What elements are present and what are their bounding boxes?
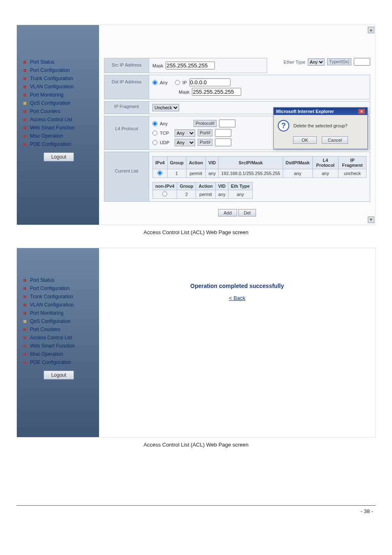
page-number: - 38 - xyxy=(16,508,376,514)
success-heading: Operation completed successfully xyxy=(107,283,367,289)
sidebar-item-vlan-config[interactable]: VLAN Configuration xyxy=(23,301,94,309)
sidebar-item-poe-config[interactable]: POE Configuration xyxy=(23,358,94,366)
row-label-ipfrag: IP Fragment xyxy=(104,101,149,114)
figure-caption-2: Access Control List (ACL) Web Page scree… xyxy=(16,442,376,448)
sidebar-item-misc[interactable]: Misc Operation xyxy=(23,350,94,358)
l4-protocol-input[interactable] xyxy=(219,120,235,127)
l4-any-radio[interactable] xyxy=(152,121,157,126)
table-header-row: non-IPv4 Group Action VID Eth Type xyxy=(153,182,253,190)
dialog-ok-button[interactable]: OK xyxy=(293,136,317,144)
dialog-message: Delete the selected group? xyxy=(293,123,347,128)
ether-type-hex-input[interactable] xyxy=(354,58,370,66)
sidebar-item-vlan-config[interactable]: VLAN Configuration xyxy=(23,83,94,91)
logout-button[interactable]: Logout xyxy=(44,371,74,380)
dstip-any-radio[interactable] xyxy=(152,80,157,85)
l4-udp-radio[interactable] xyxy=(152,140,157,145)
del-button[interactable]: Del xyxy=(238,209,256,216)
ether-type-row: Ether Type Any Type#(0x) xyxy=(284,58,370,66)
figure-caption-1: Access Control List (ACL) Web Page scree… xyxy=(16,229,376,235)
srcip-mask-input[interactable] xyxy=(166,62,215,69)
l4-udp-select[interactable]: Any xyxy=(175,139,195,146)
l4-any-label: Any xyxy=(160,121,172,126)
sidebar-item-port-counters[interactable]: Port Counters xyxy=(23,325,94,334)
ipfrag-select[interactable]: Uncheck xyxy=(152,104,179,111)
current-ipv4-table: IPv4 Group Action VID SrcIP/Mask DstIP/M… xyxy=(152,156,367,178)
row-label-dstip: Dst IP Address xyxy=(104,75,149,99)
sidebar-item-misc[interactable]: Misc Operation xyxy=(23,132,94,140)
nonipv4-row-radio[interactable] xyxy=(162,191,167,196)
scroll-down-icon[interactable]: ▼ xyxy=(368,216,374,223)
l4-tcp-radio[interactable] xyxy=(152,131,157,136)
row-label-srcip: Src IP Address xyxy=(104,58,149,73)
sidebar-item-port-monitoring[interactable]: Port Monitoring xyxy=(23,309,94,317)
footer-divider xyxy=(16,505,376,506)
l4-udp-port-input[interactable] xyxy=(215,138,231,146)
sidebar-item-port-counters[interactable]: Port Counters xyxy=(23,107,94,115)
back-link[interactable]: < Back xyxy=(229,295,245,301)
table-row: 2 permit any any xyxy=(153,190,253,199)
l4-tcp-port-label: Port# xyxy=(198,129,212,136)
l4-tcp-label: TCP xyxy=(160,131,172,136)
ether-type-hex-label: Type#(0x) xyxy=(327,58,351,65)
row-label-l4: L4 Protocol xyxy=(104,116,149,150)
srcip-mask-label: Mask xyxy=(152,63,163,68)
ether-type-label: Ether Type xyxy=(284,60,305,64)
sidebar-item-port-monitoring[interactable]: Port Monitoring xyxy=(23,91,94,99)
scroll-up-icon[interactable]: ▲ xyxy=(368,27,374,33)
acl-form-panel: ▲ Src IP Address Mask Ether Type xyxy=(99,25,375,225)
confirm-dialog: Microsoft Internet Explorer × ? Delete t… xyxy=(273,107,368,149)
ipv4-row-radio[interactable] xyxy=(157,170,162,175)
success-panel: Operation completed successfully < Back xyxy=(99,248,375,437)
question-icon: ? xyxy=(278,120,289,131)
sidebar-item-trunk-config[interactable]: Trunk Configuration xyxy=(23,74,94,83)
dstip-ip-label: IP xyxy=(182,80,187,85)
l4-tcp-port-input[interactable] xyxy=(215,129,231,137)
row-label-current: Current List xyxy=(104,152,149,202)
ether-type-select[interactable]: Any xyxy=(308,58,325,66)
dstip-mask-label: Mask xyxy=(179,90,189,94)
sidebar-item-port-status[interactable]: Port Status xyxy=(23,276,94,284)
logout-button[interactable]: Logout xyxy=(44,152,74,161)
dialog-close-icon[interactable]: × xyxy=(358,109,365,114)
sidebar-nav: Port Status Port Configuration Trunk Con… xyxy=(17,248,99,437)
sidebar-item-trunk-config[interactable]: Trunk Configuration xyxy=(23,292,94,301)
sidebar-item-web-smart[interactable]: Web Smart Function xyxy=(23,124,94,132)
sidebar-item-qos-config[interactable]: QoS Configuration xyxy=(23,99,94,107)
dialog-cancel-button[interactable]: Cancel xyxy=(322,136,348,144)
l4-udp-label: UDP xyxy=(160,140,172,145)
dstip-ip-radio[interactable] xyxy=(175,80,180,85)
sidebar-item-port-config[interactable]: Port Configuration xyxy=(23,284,94,292)
dstip-ip-input[interactable] xyxy=(189,78,231,86)
dstip-mask-input[interactable] xyxy=(192,88,241,96)
l4-tcp-select[interactable]: Any xyxy=(175,129,195,137)
sidebar-item-port-status[interactable]: Port Status xyxy=(23,58,94,66)
acl-edit-screenshot: PLANET Networking & Communication FGSW-2… xyxy=(16,25,376,225)
add-button[interactable]: Add xyxy=(218,209,237,216)
table-row: 1 permit any 192.168.0.1/255.255.255.255… xyxy=(153,169,367,178)
sidebar-item-qos-config[interactable]: QoS Configuration xyxy=(23,317,94,325)
sidebar-nav: Port Status Port Configuration Trunk Con… xyxy=(17,25,99,225)
current-nonipv4-table: non-IPv4 Group Action VID Eth Type 2 pe xyxy=(152,182,253,199)
sidebar-item-acl[interactable]: Access Control List xyxy=(23,115,94,124)
sidebar-item-poe-config[interactable]: POE Configuration xyxy=(23,140,94,148)
dstip-any-label: Any xyxy=(160,80,168,85)
acl-success-screenshot: PLANET Networking & Communication FGSW-2… xyxy=(16,248,376,438)
l4-udp-port-label: Port# xyxy=(198,139,212,146)
sidebar-item-port-config[interactable]: Port Configuration xyxy=(23,66,94,74)
l4-protocol-label: Protocol# xyxy=(194,120,217,127)
table-header-row: IPv4 Group Action VID SrcIP/Mask DstIP/M… xyxy=(153,157,367,169)
sidebar-item-web-smart[interactable]: Web Smart Function xyxy=(23,342,94,350)
sidebar-item-acl[interactable]: Access Control List xyxy=(23,334,94,342)
dialog-title: Microsoft Internet Explorer xyxy=(276,109,334,114)
